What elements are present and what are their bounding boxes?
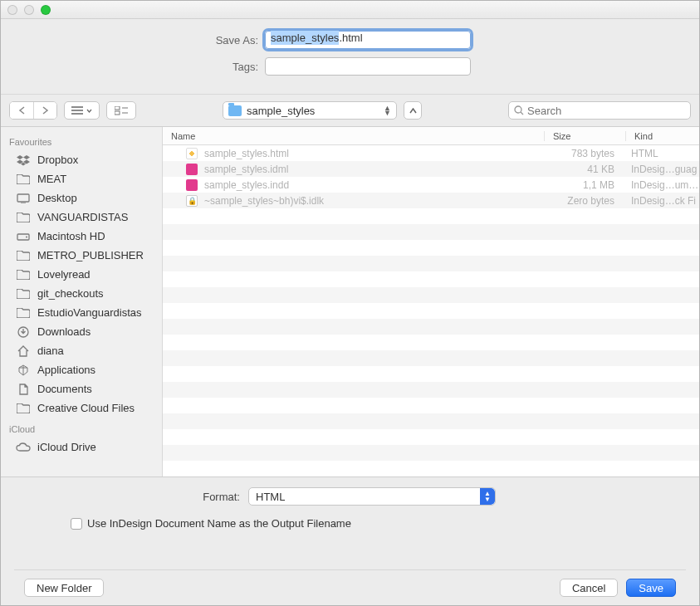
empty-row [163, 240, 699, 256]
list-icon [71, 106, 83, 115]
sidebar-item[interactable]: Documents [1, 379, 162, 398]
sidebar-item-label: Dropbox [37, 154, 78, 166]
sidebar-item[interactable]: METRO_PUBLISHER [1, 246, 162, 265]
format-value: HTML [256, 491, 285, 503]
desktop-icon [16, 193, 31, 203]
save-as-label: Save As: [1, 34, 265, 46]
use-doc-name-checkbox-row: Use InDesign Document Name as the Output… [71, 517, 686, 530]
file-rows: sample_styles.html783 bytesHTMLsample_st… [163, 145, 699, 476]
file-kind: HTML [626, 148, 699, 159]
sidebar-item[interactable]: iCloud Drive [1, 437, 162, 457]
file-icon: 🔒 [186, 195, 198, 207]
sidebar-item-label: Downloads [37, 325, 91, 338]
file-list: Name Size Kind sample_styles.html783 byt… [163, 127, 699, 476]
file-row: sample_styles.idml41 KBInDesig…guag [163, 161, 699, 177]
sidebar-item[interactable]: git_checkouts [1, 284, 162, 303]
file-size: 41 KB [545, 164, 626, 175]
empty-row [163, 398, 699, 413]
empty-row [163, 319, 699, 335]
sidebar-item[interactable]: Applications [1, 360, 162, 379]
collapse-button[interactable] [404, 101, 422, 120]
zoom-window-button[interactable] [41, 5, 51, 15]
file-browser: FavouritesDropboxMEATDesktopVANGUARDISTA… [1, 127, 699, 476]
sidebar-item-label: iCloud Drive [37, 441, 96, 453]
use-doc-name-label: Use InDesign Document Name as the Output… [87, 517, 351, 530]
sidebar-item[interactable]: MEAT [1, 169, 162, 188]
save-button[interactable]: Save [626, 579, 676, 597]
cancel-button[interactable]: Cancel [560, 579, 618, 597]
new-folder-button[interactable]: New Folder [24, 579, 104, 597]
toolbar: sample_styles ▲▼ [1, 94, 699, 127]
sidebar-item[interactable]: Downloads [1, 322, 162, 341]
sidebar-item-label: Creative Cloud Files [37, 402, 135, 414]
group-icon [115, 106, 128, 115]
format-label: Format: [14, 491, 248, 503]
save-form: Save As: sample_styles.html Tags: [1, 19, 699, 94]
search-field[interactable] [508, 101, 691, 120]
svg-rect-1 [115, 111, 120, 115]
minimize-window-button[interactable] [24, 5, 34, 15]
format-dropdown[interactable]: HTML ▲▼ [248, 487, 496, 506]
back-button[interactable] [10, 102, 33, 119]
chevron-down-icon [86, 109, 92, 113]
save-as-input[interactable]: sample_styles.html [265, 31, 471, 49]
file-name: sample_styles.html [204, 148, 289, 159]
use-doc-name-checkbox[interactable] [71, 518, 82, 530]
nav-buttons [9, 101, 57, 120]
file-row: sample_styles.html783 bytesHTML [163, 145, 699, 161]
sidebar-item[interactable]: Dropbox [1, 150, 162, 169]
empty-row [163, 429, 699, 445]
chevron-up-icon [409, 108, 417, 114]
file-row: sample_styles.indd1,1 MBInDesig…umen [163, 177, 699, 193]
sidebar-item[interactable]: diana [1, 341, 162, 360]
search-icon [514, 105, 524, 115]
chevron-updown-icon: ▲▼ [480, 488, 495, 505]
empty-row [163, 461, 699, 476]
view-mode-button[interactable] [64, 101, 100, 120]
search-input[interactable] [527, 105, 685, 117]
tags-label: Tags: [1, 61, 265, 73]
file-size: 783 bytes [545, 148, 626, 159]
folder-icon [16, 289, 31, 299]
file-size: 1,1 MB [545, 179, 626, 191]
empty-row [163, 413, 699, 429]
column-size[interactable]: Size [545, 131, 626, 141]
sidebar-item[interactable]: Macintosh HD [1, 227, 162, 246]
options-panel: Format: HTML ▲▼ Use InDesign Document Na… [1, 476, 699, 605]
folder-icon [16, 174, 31, 184]
sidebar-item-label: VANGUARDISTAS [37, 211, 128, 223]
dropbox-icon [16, 154, 31, 166]
sidebar-item[interactable]: Desktop [1, 188, 162, 208]
close-window-button[interactable] [7, 5, 17, 15]
dialog-footer: New Folder Cancel Save [14, 569, 686, 605]
sidebar-item-label: Lovelyread [37, 268, 91, 281]
sidebar-item[interactable]: Creative Cloud Files [1, 398, 162, 418]
save-dialog: Save As: sample_styles.html Tags: sample… [0, 0, 700, 606]
column-name[interactable]: Name [163, 131, 545, 141]
sidebar-item[interactable]: Lovelyread [1, 265, 162, 284]
svg-rect-3 [17, 194, 29, 202]
file-icon [186, 179, 198, 191]
file-kind: InDesig…guag [626, 164, 699, 175]
sidebar-item[interactable]: EstudioVanguardistas [1, 303, 162, 322]
location-dropdown[interactable]: sample_styles ▲▼ [223, 101, 397, 120]
sidebar-item-label: diana [37, 345, 64, 357]
column-kind[interactable]: Kind [626, 131, 699, 141]
empty-row [163, 256, 699, 271]
sidebar-heading: iCloud [1, 418, 162, 437]
empty-row [163, 271, 699, 287]
folder-icon [16, 308, 31, 318]
tags-input[interactable] [265, 57, 471, 76]
sidebar-item[interactable]: VANGUARDISTAS [1, 208, 162, 227]
empty-row [163, 445, 699, 461]
documents-icon [16, 384, 31, 395]
chevron-updown-icon: ▲▼ [384, 105, 391, 115]
sidebar: FavouritesDropboxMEATDesktopVANGUARDISTA… [1, 127, 163, 476]
sidebar-item-label: Macintosh HD [37, 230, 105, 242]
sidebar-item-label: EstudioVanguardistas [37, 306, 142, 319]
group-button[interactable] [106, 101, 136, 120]
file-name: sample_styles.idml [204, 164, 288, 175]
downloads-icon [16, 326, 31, 338]
file-row: 🔒~sample_styles~bh)vi$.idlkZero bytesInD… [163, 193, 699, 208]
forward-button[interactable] [33, 102, 56, 119]
